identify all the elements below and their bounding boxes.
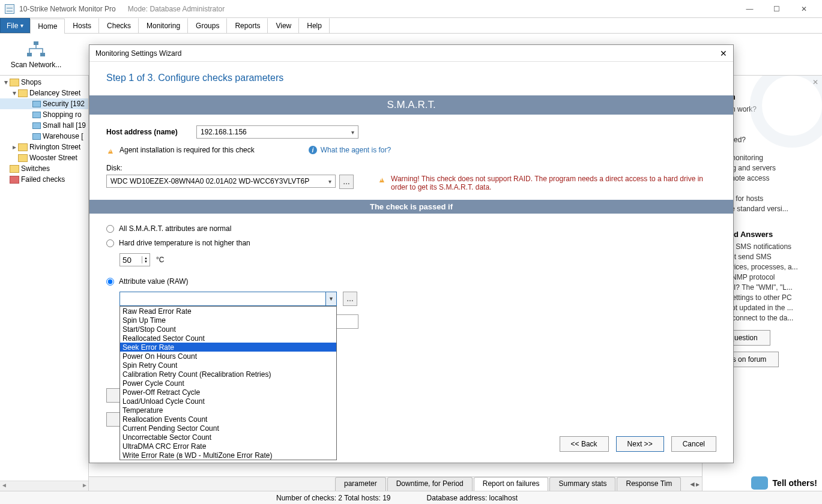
dropdown-option[interactable]: Reallocated Sector Count: [120, 334, 336, 343]
svg-rect-1: [27, 53, 32, 56]
tab-summary-stats[interactable]: Summary stats: [549, 477, 615, 491]
menubar: File Home Hosts Checks Monitoring Groups…: [0, 18, 822, 34]
tree-delancey[interactable]: ▾Delancey Street: [0, 88, 88, 98]
tab-downtime[interactable]: Downtime, for Period: [387, 477, 473, 491]
dropdown-option[interactable]: Current Pending Sector Count: [120, 424, 336, 433]
wizard-dialog: Monitoring Settings Wizard ✕ Step 1 of 3…: [89, 44, 734, 463]
app-title: 10-Strike Network Monitor Pro: [19, 5, 116, 13]
tree-wooster[interactable]: ▸Wooster Street: [0, 152, 88, 163]
tree-failed[interactable]: ▸Failed checks: [0, 174, 88, 185]
tab-reports[interactable]: Reports: [227, 18, 268, 33]
tab-response-time[interactable]: Response Tim: [617, 477, 681, 491]
tab-checks[interactable]: Checks: [99, 18, 139, 33]
status-hosts: Number of checks: 2 Total hosts: 19: [276, 494, 391, 502]
spinner-down-icon[interactable]: ▼: [142, 260, 150, 263]
tab-groups[interactable]: Groups: [188, 18, 227, 33]
tree-smallhall[interactable]: Small hall [19: [0, 120, 88, 131]
scan-network-button[interactable]: Scan Network...: [0, 40, 72, 69]
chevron-down-icon: ▾: [328, 178, 331, 185]
dialog-close-button[interactable]: ✕: [720, 49, 727, 58]
status-db: Database address: localhost: [427, 494, 518, 502]
host-address-label: Host address (name): [106, 128, 196, 136]
dropdown-option[interactable]: Reallocation Events Count: [120, 415, 336, 424]
attribute-more-button[interactable]: …: [343, 292, 357, 306]
warning-icon: [378, 175, 387, 183]
tab-home[interactable]: Home: [30, 19, 65, 34]
network-icon: [0, 40, 72, 58]
tab-hosts[interactable]: Hosts: [65, 18, 99, 33]
dropdown-option[interactable]: Load/Unload Cycle Count: [120, 397, 336, 406]
temp-unit: °C: [156, 256, 164, 264]
dropdown-option[interactable]: Write Error Rate (в WD - MultiZone Error…: [120, 451, 336, 460]
minimize-button[interactable]: —: [736, 1, 763, 17]
dropdown-option[interactable]: Raw Read Error Rate: [120, 307, 336, 316]
what-agent-link[interactable]: What the agent is for?: [321, 146, 391, 154]
tree-shopping[interactable]: Shopping ro: [0, 109, 88, 120]
step-title: Step 1 of 3. Configure checks parameters: [106, 73, 716, 83]
tabs-scroll-icon[interactable]: ◄▸: [686, 477, 702, 491]
statusbar: Number of checks: 2 Total hosts: 19 Data…: [0, 491, 822, 504]
attribute-combo[interactable]: ▼: [119, 292, 337, 306]
file-menu[interactable]: File: [0, 18, 30, 33]
dropdown-option[interactable]: Spin Retry Count: [120, 361, 336, 370]
tab-report-failures[interactable]: Report on failures: [474, 477, 549, 491]
app-icon: [5, 4, 14, 14]
host-address-combo[interactable]: 192.168.1.156 ▾: [196, 125, 358, 139]
dropdown-option[interactable]: Uncorrectable Sector Count: [120, 433, 336, 442]
tree-rivington[interactable]: ▸Rivington Street: [0, 142, 88, 152]
dropdown-option[interactable]: Power Cycle Count: [120, 379, 336, 388]
disk-label: Disk:: [106, 164, 716, 172]
dialog-titlebar: Monitoring Settings Wizard ✕: [89, 45, 733, 62]
mode-label: Mode: Database Administrator: [128, 5, 225, 13]
disk-browse-button[interactable]: …: [339, 175, 354, 189]
close-button[interactable]: ✕: [790, 1, 817, 17]
tab-monitoring[interactable]: Monitoring: [139, 18, 188, 33]
warning-icon: [106, 146, 116, 154]
disk-combo[interactable]: WDC WD10EZEX-08WN4A0 02.01A02 WD-WCC6Y3V…: [106, 175, 336, 188]
speech-bubble-icon: [751, 476, 768, 490]
dropdown-option[interactable]: Calibration Retry Count (Recalibration R…: [120, 370, 336, 379]
tree-switches[interactable]: ▸Switches: [0, 163, 88, 174]
check-passed-heading: The check is passed if: [89, 200, 733, 214]
radio-attribute-raw[interactable]: Attribute value (RAW): [106, 277, 716, 286]
dialog-title: Monitoring Settings Wizard: [95, 49, 181, 58]
temperature-spinner[interactable]: ▲▼: [119, 253, 150, 266]
radio-all-attributes[interactable]: All S.M.A.R.T. attributes are normal: [106, 224, 716, 233]
cancel-button[interactable]: Cancel: [671, 436, 716, 452]
dropdown-option[interactable]: Power-Off Retract Cycle: [120, 388, 336, 397]
scan-network-label: Scan Network...: [0, 61, 72, 69]
chevron-down-icon: ▾: [351, 129, 354, 136]
titlebar: 10-Strike Network Monitor Pro Mode: Data…: [0, 0, 822, 18]
dropdown-option[interactable]: Power On Hours Count: [120, 352, 336, 361]
dropdown-option[interactable]: Seek Error Rate: [120, 343, 336, 352]
back-button[interactable]: << Back: [560, 436, 609, 452]
panel-close-icon[interactable]: ✕: [812, 78, 818, 86]
svg-rect-2: [40, 53, 45, 56]
chevron-down-icon[interactable]: ▼: [325, 292, 336, 305]
sidebar-tree[interactable]: ▾Shops ▾Delancey Street Security [192 Sh…: [0, 76, 89, 491]
info-icon: i: [309, 146, 317, 154]
tree-security[interactable]: Security [192: [0, 98, 88, 109]
tree-shops[interactable]: ▾Shops: [0, 77, 88, 88]
radio-temperature[interactable]: Hard drive temperature is not higher tha…: [106, 239, 716, 247]
next-button[interactable]: Next >>: [616, 436, 664, 452]
raid-warning-text: Warning! This check does not support RAI…: [391, 175, 715, 191]
dropdown-option[interactable]: Temperature: [120, 406, 336, 415]
svg-rect-0: [34, 41, 38, 45]
bottom-tabs: parameter Downtime, for Period Report on…: [89, 476, 702, 491]
agent-required-text: Agent installation is required for this …: [119, 146, 255, 154]
maximize-button[interactable]: ☐: [763, 1, 790, 17]
tree-warehouse[interactable]: Warehouse [: [0, 131, 88, 142]
tell-others[interactable]: Tell others!: [751, 476, 817, 490]
tab-view[interactable]: View: [268, 18, 299, 33]
attribute-dropdown-list[interactable]: Raw Read Error RateSpin Up TimeStart/Sto…: [119, 306, 337, 460]
dropdown-option[interactable]: Start/Stop Count: [120, 325, 336, 334]
sidebar-scrollbar[interactable]: [0, 481, 89, 491]
tab-help[interactable]: Help: [299, 18, 330, 33]
dropdown-option[interactable]: UltraDMA CRC Error Rate: [120, 442, 336, 451]
dropdown-option[interactable]: Spin Up Time: [120, 316, 336, 325]
smart-heading: S.M.A.R.T.: [89, 95, 733, 115]
tab-parameter[interactable]: parameter: [335, 477, 386, 491]
